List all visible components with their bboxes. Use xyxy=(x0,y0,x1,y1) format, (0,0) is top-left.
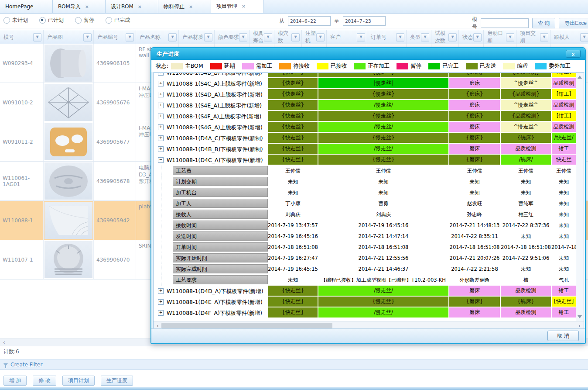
close-tab-icon[interactable]: × xyxy=(85,4,89,10)
column-filter-button[interactable]: ▼ xyxy=(421,33,429,41)
detail-value: 气孔 xyxy=(551,275,576,286)
progress-row[interactable]: −W110088-1(D4C_A)下模板零件(新增){快走丝}{慢走丝}{磨床}… xyxy=(154,155,576,166)
expand-icon[interactable]: + xyxy=(158,310,164,316)
to-date-input[interactable] xyxy=(343,16,386,26)
radio-暂停[interactable]: 暂停 xyxy=(75,17,94,24)
detail-row: 实际完成时间2014-7-19 16:45:152014-7-21 14:46:… xyxy=(154,264,576,275)
column-filter-button[interactable]: ▼ xyxy=(239,33,247,41)
progress-row[interactable]: +W110088-1(S4G_A)上脱板零件(新增){快走丝}/慢走丝/磨床^慢… xyxy=(154,122,576,133)
column-header-类型: 类型▼ xyxy=(407,30,431,44)
tab-BOM导入[interactable]: BOM导入× xyxy=(53,0,106,13)
legend-label: 正在加工 xyxy=(368,62,390,70)
progress-row[interactable]: +W110088-1(D4A_C)下模板零件(新制){快走丝}{慢走丝}{磨床}… xyxy=(154,133,576,144)
column-filter-button[interactable]: ▼ xyxy=(580,33,588,41)
detail-value: 未知 xyxy=(268,275,318,286)
scroll-left-arrow[interactable]: ‹ xyxy=(1,339,7,346)
tab-设计BOM[interactable]: 设计BOM× xyxy=(106,0,158,13)
product-image xyxy=(44,202,92,239)
column-filter-button[interactable]: ▼ xyxy=(316,33,325,41)
expand-icon[interactable]: + xyxy=(158,81,164,86)
expand-icon[interactable]: + xyxy=(158,135,164,141)
collapse-icon[interactable]: − xyxy=(158,157,164,163)
row-count: 计数:6 xyxy=(3,348,19,355)
cancel-button[interactable]: 取 消 xyxy=(547,331,579,341)
expand-icon[interactable]: + xyxy=(158,299,164,305)
from-date-input[interactable] xyxy=(288,16,331,26)
stage-cell: /铣床/ xyxy=(501,155,551,165)
detail-row: 发送时间2014-7-19 16:45:162014-7-21 14:47:14… xyxy=(154,231,576,242)
radio-已计划[interactable]: 已计划 xyxy=(39,17,64,24)
expand-icon[interactable]: + xyxy=(158,146,164,152)
progress-row[interactable]: +W110088-1(S4D_A)上脱板零件(新增){快走丝}{慢走丝}{磨床}… xyxy=(154,89,576,100)
column-header-订单号: 订单号▼ xyxy=(367,30,407,44)
progress-row[interactable]: +W110088-1(D4B_B)下模板零件(新制){快走丝}/慢走丝/磨床品质… xyxy=(154,144,576,155)
column-filter-button[interactable]: ▼ xyxy=(396,33,404,41)
close-tab-icon[interactable]: × xyxy=(242,3,246,9)
close-icon[interactable]: x xyxy=(566,50,581,58)
export-excel-button[interactable]: 导出Exce xyxy=(559,18,588,28)
expand-icon[interactable]: + xyxy=(158,114,164,119)
part-name: W110088-1(D4E_A)下模板零件(新增) xyxy=(167,297,266,307)
part-name: W110088-1(S4E_A)上脱板零件(新增) xyxy=(167,100,266,111)
column-filter-button[interactable]: ▼ xyxy=(126,33,134,41)
action-button-生产进度[interactable]: 生产进度 xyxy=(101,376,133,386)
column-filter-button[interactable]: ▼ xyxy=(204,33,212,41)
to-label: 至 xyxy=(334,17,339,25)
tab-HomePage[interactable]: HomePage xyxy=(0,0,53,13)
column-filter-button[interactable]: ▼ xyxy=(291,33,300,41)
create-filter-link[interactable]: Create Filter xyxy=(10,362,42,368)
close-tab-icon[interactable]: × xyxy=(189,4,193,10)
action-button-增加[interactable]: 增 加 xyxy=(3,376,27,386)
detail-row: 实际开始时间2014-7-19 16:27:472014-7-21 12:55:… xyxy=(154,253,576,264)
tab-label: BOM导入 xyxy=(58,3,81,10)
scrollbar-thumb[interactable] xyxy=(161,323,332,328)
detail-value: 2014-7-21 12:55:56 xyxy=(318,253,449,264)
progress-row[interactable]: +W110088-1(D4D_A)下模板零件(新增){快走丝}/慢走丝/磨床品质… xyxy=(154,286,576,297)
progress-row[interactable]: +W110088-1(S4B_B)上脱板零件(新制){快走丝}{慢走丝}{磨床}… xyxy=(154,73,576,78)
expand-icon[interactable]: + xyxy=(158,92,164,97)
progress-row[interactable]: +W110088-1(S4C_A)上脱板零件(新增){快走丝}|慢走丝|磨床^慢… xyxy=(154,78,576,89)
scroll-up-arrow[interactable] xyxy=(578,76,582,79)
action-button-修改[interactable]: 修 改 xyxy=(33,376,56,386)
expand-icon[interactable]: + xyxy=(158,73,164,76)
mold-no-input[interactable] xyxy=(481,18,529,28)
stage-cell: [快走丝] xyxy=(552,297,576,307)
progress-row[interactable]: +W110088-1(S4F_A)上脱板零件(新增){快走丝}{慢走丝}{磨床}… xyxy=(154,111,576,122)
detail-value: 刘典庆 xyxy=(268,209,318,220)
tab-项目管理[interactable]: 项目管理× xyxy=(211,0,264,13)
search-button[interactable]: 查 询 xyxy=(532,18,555,28)
column-filter-button[interactable]: ▼ xyxy=(506,33,514,41)
radio-label: 未计划 xyxy=(12,17,28,24)
column-filter-button[interactable]: ▼ xyxy=(264,33,272,41)
expand-icon[interactable]: + xyxy=(158,103,164,108)
column-filter-button[interactable]: ▼ xyxy=(168,33,177,41)
detail-label: 工艺员 xyxy=(173,166,268,175)
column-filter-button[interactable]: ▼ xyxy=(448,33,457,41)
radio-已完成[interactable]: 已完成 xyxy=(106,17,130,24)
product-no-cell: 4369906070 xyxy=(94,240,136,279)
status-legend: 状态:主BOM延期需加工待接收已接收正在加工暂停已完工已发送编程委外加工 xyxy=(151,60,585,72)
column-filter-button[interactable]: ▼ xyxy=(357,33,365,41)
column-filter-button[interactable]: ▼ xyxy=(540,33,548,41)
tab-物料停止[interactable]: 物料停止× xyxy=(158,0,211,13)
progress-row[interactable]: +W110088-1(D4F_A)下模板零件(新增){快走丝}/慢走丝/磨床品质… xyxy=(154,307,576,318)
close-tab-icon[interactable]: × xyxy=(138,4,142,10)
mold-no-cell: W090293-4 xyxy=(0,44,44,83)
column-header-label: 注塑机 xyxy=(305,30,316,45)
radio-未计划[interactable]: 未计划 xyxy=(3,17,28,24)
column-filter-button[interactable]: ▼ xyxy=(33,33,41,41)
detail-value: 未知 xyxy=(551,220,576,231)
product-no-cell: 4369905677 xyxy=(94,122,136,161)
column-filter-button[interactable]: ▼ xyxy=(83,33,92,41)
column-header-label: 类型 xyxy=(410,34,420,41)
column-filter-button[interactable]: ▼ xyxy=(473,33,482,41)
progress-row[interactable]: +W110088-1(D4E_A)下模板零件(新增){快走丝}{慢走丝}{磨床}… xyxy=(154,297,576,307)
scroll-down-arrow[interactable] xyxy=(578,315,582,318)
action-button-项目计划[interactable]: 项目计划 xyxy=(62,376,95,386)
expand-icon[interactable]: + xyxy=(158,124,164,130)
progress-row[interactable]: +W110088-1(S4E_A)上脱板零件(新增){快走丝}/慢走丝/磨床^慢… xyxy=(154,100,576,111)
column-header-项目交期: 项目交期▼ xyxy=(516,30,550,44)
product-image-cell xyxy=(44,240,94,279)
expand-icon[interactable]: + xyxy=(158,288,164,294)
stage-cell: {快走丝} xyxy=(268,155,318,165)
